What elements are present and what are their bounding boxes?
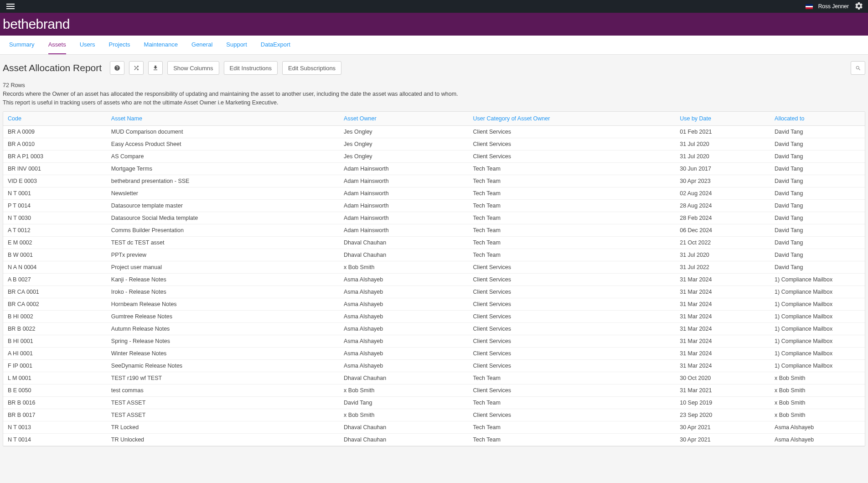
cell-category: Tech Team xyxy=(469,212,676,224)
table-row[interactable]: A B 0027Kanji - Release NotesAsma Alshay… xyxy=(3,274,865,286)
cell-owner: Adam Hainsworth xyxy=(339,163,469,175)
table-row[interactable]: A HI 0001Winter Release NotesAsma Alshay… xyxy=(3,348,865,360)
table-row[interactable]: L M 0001TEST r190 wf TESTDhaval ChauhanT… xyxy=(3,372,865,384)
cell-date: 31 Mar 2024 xyxy=(675,286,770,298)
cell-name: TR Locked xyxy=(107,421,339,434)
cell-date: 31 Jul 2022 xyxy=(675,261,770,274)
cell-allocated: David Tang xyxy=(770,175,865,187)
th-user-category[interactable]: User Category of Asset Owner xyxy=(469,112,676,126)
table-row[interactable]: BR B 0022Autumn Release NotesAsma Alshay… xyxy=(3,323,865,335)
tab-maintenance[interactable]: Maintenance xyxy=(144,36,178,54)
table-row[interactable]: N T 0030Datasource Social Media template… xyxy=(3,212,865,224)
edit-instructions-button[interactable]: Edit Instructions xyxy=(224,61,278,75)
table-row[interactable]: N T 0014TR UnlockedDhaval ChauhanTech Te… xyxy=(3,434,865,446)
cell-category: Tech Team xyxy=(469,200,676,212)
th-use-by-date[interactable]: Use by Date xyxy=(675,112,770,126)
table-row[interactable]: BR B 0017TEST ASSETx Bob SmithClient Ser… xyxy=(3,409,865,421)
cell-allocated: x Bob Smith xyxy=(770,384,865,397)
cell-name: MUD Comparison document xyxy=(107,126,339,138)
cell-owner: x Bob Smith xyxy=(339,261,469,274)
gear-icon[interactable] xyxy=(854,1,863,12)
cell-code: BR A 0010 xyxy=(3,138,107,151)
table-row[interactable]: N T 0013TR LockedDhaval ChauhanTech Team… xyxy=(3,421,865,434)
cell-allocated: David Tang xyxy=(770,224,865,237)
shuffle-button[interactable] xyxy=(129,61,144,75)
tab-general[interactable]: General xyxy=(191,36,212,54)
cell-name: Iroko - Release Notes xyxy=(107,286,339,298)
tab-projects[interactable]: Projects xyxy=(109,36,130,54)
table-row[interactable]: N A N 0004Project user manualx Bob Smith… xyxy=(3,261,865,274)
cell-date: 30 Oct 2020 xyxy=(675,372,770,384)
cell-name: test commas xyxy=(107,384,339,397)
brand-bar: bethebrand xyxy=(0,13,868,36)
user-name[interactable]: Ross Jenner xyxy=(818,3,849,10)
tab-dataexport[interactable]: DataExport xyxy=(261,36,290,54)
cell-allocated: David Tang xyxy=(770,151,865,163)
table-row[interactable]: BR A 0010Easy Access Product SheetJes On… xyxy=(3,138,865,151)
cell-code: A HI 0001 xyxy=(3,348,107,360)
cell-allocated: David Tang xyxy=(770,249,865,261)
table-row[interactable]: BR INV 0001Mortgage TermsAdam Hainsworth… xyxy=(3,163,865,175)
cell-allocated: 1) Compliance Mailbox xyxy=(770,286,865,298)
show-columns-button[interactable]: Show Columns xyxy=(167,61,219,75)
table-row[interactable]: BR A 0009MUD Comparison documentJes Ongl… xyxy=(3,126,865,138)
th-code[interactable]: Code xyxy=(3,112,107,126)
cell-date: 31 Mar 2024 xyxy=(675,348,770,360)
download-icon xyxy=(152,65,159,71)
cell-owner: Dhaval Chauhan xyxy=(339,237,469,249)
cell-name: Datasource template master xyxy=(107,200,339,212)
cell-owner: Jes Ongley xyxy=(339,138,469,151)
hamburger-menu-icon[interactable] xyxy=(5,2,16,11)
th-asset-name[interactable]: Asset Name xyxy=(107,112,339,126)
cell-code: BR A 0009 xyxy=(3,126,107,138)
cell-allocated: 1) Compliance Mailbox xyxy=(770,323,865,335)
cell-code: A B 0027 xyxy=(3,274,107,286)
table-row[interactable]: VID E 0003bethebrand presentation - SSEA… xyxy=(3,175,865,187)
cell-date: 30 Apr 2023 xyxy=(675,175,770,187)
table-row[interactable]: P T 0014Datasource template masterAdam H… xyxy=(3,200,865,212)
cell-date: 31 Mar 2024 xyxy=(675,335,770,348)
table-row[interactable]: BR CA 0001Iroko - Release NotesAsma Alsh… xyxy=(3,286,865,298)
cell-allocated: David Tang xyxy=(770,126,865,138)
cell-name: Kanji - Release Notes xyxy=(107,274,339,286)
cell-allocated: 1) Compliance Mailbox xyxy=(770,348,865,360)
cell-allocated: 1) Compliance Mailbox xyxy=(770,335,865,348)
cell-name: TEST dc TEST asset xyxy=(107,237,339,249)
table-row[interactable]: E M 0002TEST dc TEST assetDhaval Chauhan… xyxy=(3,237,865,249)
table-row[interactable]: BR B 0016TEST ASSETDavid TangTech Team10… xyxy=(3,397,865,409)
table-row[interactable]: F IP 0001SeeDynamic Release NotesAsma Al… xyxy=(3,360,865,372)
tab-support[interactable]: Support xyxy=(226,36,247,54)
report-table-wrap: Code Asset Name Asset Owner User Categor… xyxy=(3,111,865,447)
cell-date: 31 Mar 2021 xyxy=(675,384,770,397)
cell-name: AS Compare xyxy=(107,151,339,163)
cell-allocated: David Tang xyxy=(770,163,865,175)
table-row[interactable]: A T 0012Comms Builder PresentationAdam H… xyxy=(3,224,865,237)
shuffle-icon xyxy=(133,65,140,71)
page-title: Asset Allocation Report xyxy=(3,62,102,73)
cell-name: Spring - Release Notes xyxy=(107,335,339,348)
edit-subscriptions-button[interactable]: Edit Subscriptions xyxy=(282,61,341,75)
tab-users[interactable]: Users xyxy=(80,36,95,54)
help-button[interactable] xyxy=(110,61,124,75)
download-button[interactable] xyxy=(148,61,163,75)
search-button[interactable] xyxy=(851,61,865,75)
uk-flag-icon[interactable] xyxy=(806,4,813,9)
cell-code: BR A P1 0003 xyxy=(3,151,107,163)
tab-summary[interactable]: Summary xyxy=(9,36,35,54)
tab-assets[interactable]: Assets xyxy=(48,36,66,54)
table-row[interactable]: BR CA 0002Hornbeam Release NotesAsma Als… xyxy=(3,298,865,311)
table-row[interactable]: B HI 0001Spring - Release NotesAsma Alsh… xyxy=(3,335,865,348)
cell-code: BR B 0017 xyxy=(3,409,107,421)
report-description-1: Records where the Owner of an asset has … xyxy=(3,90,865,99)
table-row[interactable]: B E 0050test commasx Bob SmithClient Ser… xyxy=(3,384,865,397)
table-row[interactable]: B HI 0002Gumtree Release NotesAsma Alsha… xyxy=(3,311,865,323)
cell-allocated: 1) Compliance Mailbox xyxy=(770,311,865,323)
cell-owner: x Bob Smith xyxy=(339,409,469,421)
th-asset-owner[interactable]: Asset Owner xyxy=(339,112,469,126)
th-allocated-to[interactable]: Allocated to xyxy=(770,112,865,126)
cell-date: 30 Apr 2021 xyxy=(675,421,770,434)
table-row[interactable]: N T 0001NewsletterAdam HainsworthTech Te… xyxy=(3,187,865,200)
cell-date: 23 Sep 2020 xyxy=(675,409,770,421)
table-row[interactable]: B W 0001PPTx previewDhaval ChauhanTech T… xyxy=(3,249,865,261)
table-row[interactable]: BR A P1 0003AS CompareJes OngleyClient S… xyxy=(3,151,865,163)
